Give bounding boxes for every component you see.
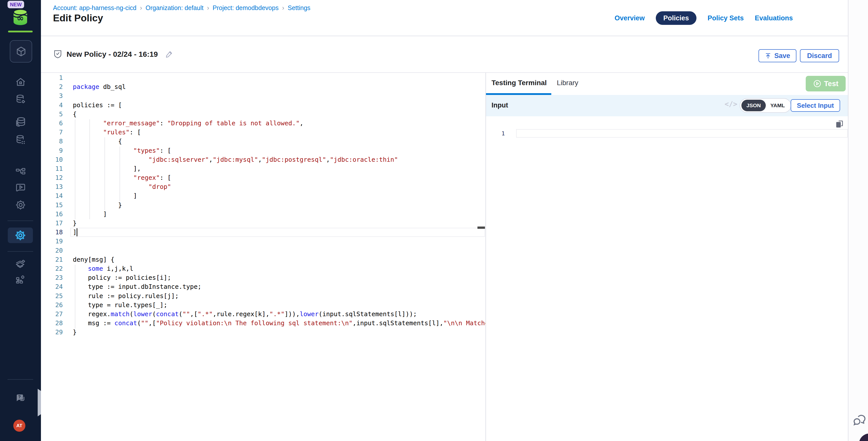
sidebar-item-org-settings[interactable] xyxy=(0,273,41,285)
save-button[interactable]: Save xyxy=(758,49,797,62)
code-line[interactable]: 13 "drop" xyxy=(41,182,486,191)
code-line[interactable]: 1 xyxy=(486,130,848,138)
tab-overview[interactable]: Overview xyxy=(615,14,645,22)
sidebar-item-database-stack[interactable] xyxy=(0,116,41,128)
line-number: 3 xyxy=(41,91,63,100)
code-line[interactable]: 6 "error_message": "Dropping of table is… xyxy=(41,119,486,128)
sidebar-item-layers-settings[interactable] xyxy=(0,258,41,270)
chat-bubbles-icon[interactable] xyxy=(852,414,867,429)
format-json-selected[interactable]: JSON xyxy=(741,100,766,111)
code-line[interactable]: 21deny[msg] { xyxy=(41,255,486,264)
sidebar-item-help[interactable]: ? xyxy=(0,392,41,404)
code-line[interactable]: 25 rule := policy.rules[j]; xyxy=(41,291,486,301)
home-icon xyxy=(15,76,26,88)
code-line[interactable]: 19 xyxy=(41,237,486,246)
module-selector-button[interactable] xyxy=(10,40,32,63)
sidebar-item-default-settings[interactable] xyxy=(0,199,41,211)
sidebar-item-settings-active[interactable] xyxy=(8,227,33,243)
code-line[interactable]: 22 some i,j,k,l xyxy=(41,264,486,273)
input-editor[interactable]: 1 xyxy=(486,130,848,138)
line-content: "error_message": "Dropping of table is n… xyxy=(63,119,303,128)
policy-code-editor[interactable]: 12package db_sql34policies := [5{6 "erro… xyxy=(41,73,486,441)
code-line[interactable]: 11 ], xyxy=(41,164,486,173)
format-yaml[interactable]: YAML xyxy=(766,102,789,108)
line-number: 16 xyxy=(41,210,63,219)
code-line[interactable]: 27 regex.match(lower(concat("",[".*",rul… xyxy=(41,310,486,319)
sidebar-item-database-instances[interactable] xyxy=(0,134,41,146)
code-line[interactable]: 29} xyxy=(41,328,486,337)
code-line[interactable]: 28 msg := concat("",["Policy violation:\… xyxy=(41,319,486,328)
tab-testing-terminal[interactable]: Testing Terminal xyxy=(492,79,547,87)
line-content: "types": [ xyxy=(63,146,171,155)
line-number: 18 xyxy=(41,228,63,237)
hierarchy-gear-icon xyxy=(15,273,26,285)
format-toggle: JSON YAML xyxy=(740,98,791,113)
play-box-icon xyxy=(15,182,26,194)
line-number: 8 xyxy=(41,137,63,146)
code-line[interactable]: 12 "regex": [ xyxy=(41,173,486,182)
line-number: 10 xyxy=(41,155,63,164)
code-line[interactable]: 18] xyxy=(41,228,486,237)
code-line[interactable]: 2package db_sql xyxy=(41,83,486,91)
text-cursor xyxy=(76,228,78,236)
code-line[interactable]: 10 "jdbc:sqlserver","jdbc:mysql","jdbc:p… xyxy=(41,155,486,164)
line-content: } xyxy=(63,219,76,228)
line-content: package db_sql xyxy=(63,83,126,91)
line-number: 24 xyxy=(41,282,63,291)
line-number: 15 xyxy=(41,201,63,210)
code-line[interactable]: 1 xyxy=(41,73,486,83)
sidebar-item-executions[interactable] xyxy=(0,182,41,194)
code-line[interactable]: 15 } xyxy=(41,201,486,210)
code-line[interactable]: 9 "types": [ xyxy=(41,146,486,155)
line-content: regex.match(lower(concat("",[".*",rule.r… xyxy=(63,310,417,319)
corner-chat-widget[interactable] xyxy=(859,434,868,441)
line-number: 5 xyxy=(41,110,63,119)
code-line[interactable]: 8 { xyxy=(41,137,486,146)
sidebar-item-pipelines[interactable] xyxy=(0,167,41,178)
sidebar-divider xyxy=(7,220,33,221)
module-indicator-bar xyxy=(8,31,33,32)
tab-evaluations[interactable]: Evaluations xyxy=(755,14,793,22)
breadcrumb-organization[interactable]: Organization: default xyxy=(146,4,204,11)
select-input-button[interactable]: Select Input xyxy=(790,99,840,112)
breadcrumb-project[interactable]: Project: demodbdevops xyxy=(213,4,279,11)
code-view-icon[interactable]: </> xyxy=(724,100,737,108)
code-line[interactable]: 5{ xyxy=(41,110,486,119)
code-line[interactable]: 16 ] xyxy=(41,210,486,219)
code-line[interactable]: 26 type = rule.types[_]; xyxy=(41,301,486,310)
tab-policy-sets[interactable]: Policy Sets xyxy=(708,14,744,22)
input-section-header: Input </> JSON YAML Select Input xyxy=(486,95,848,116)
test-button[interactable]: Test xyxy=(806,76,846,91)
harness-dbdevops-logo-icon[interactable]: ∞ xyxy=(11,8,29,26)
breadcrumb-account[interactable]: Account: app-harness-ng-cicd xyxy=(53,4,136,11)
code-line[interactable]: 24 type := input.dbInstance.type; xyxy=(41,282,486,291)
edit-pencil-icon[interactable] xyxy=(165,50,173,58)
breadcrumb-separator: › xyxy=(140,4,142,11)
database-gear-icon xyxy=(15,93,26,105)
sidebar-item-home[interactable] xyxy=(0,76,41,88)
avatar[interactable]: AT xyxy=(13,420,25,432)
line-content xyxy=(63,246,73,255)
test-label: Test xyxy=(824,80,838,88)
breadcrumb-settings[interactable]: Settings xyxy=(287,4,310,11)
line-content: } xyxy=(63,328,76,337)
code-line[interactable]: 3 xyxy=(41,91,486,100)
discard-button[interactable]: Discard xyxy=(800,49,839,62)
code-line[interactable]: 14 ] xyxy=(41,191,486,200)
code-line[interactable]: 7 "rules": [ xyxy=(41,128,486,137)
code-line[interactable]: 23 policy := policies[i]; xyxy=(41,273,486,282)
line-content: { xyxy=(63,137,122,146)
save-label: Save xyxy=(774,52,790,60)
line-number: 12 xyxy=(41,173,63,182)
tab-library[interactable]: Library xyxy=(557,79,579,87)
svg-text:?: ? xyxy=(18,394,21,399)
line-number: 2 xyxy=(41,83,63,91)
tab-policies-active[interactable]: Policies xyxy=(656,11,696,25)
code-line[interactable]: 4policies := [ xyxy=(41,101,486,110)
copy-icon[interactable] xyxy=(835,120,844,129)
sidebar-item-database-settings[interactable] xyxy=(0,93,41,105)
code-line[interactable]: 20 xyxy=(41,246,486,255)
policy-name: New Policy - 02/24 - 16:19 xyxy=(67,50,158,59)
app-root: NEW ∞ xyxy=(0,0,868,441)
code-line[interactable]: 17} xyxy=(41,219,486,228)
